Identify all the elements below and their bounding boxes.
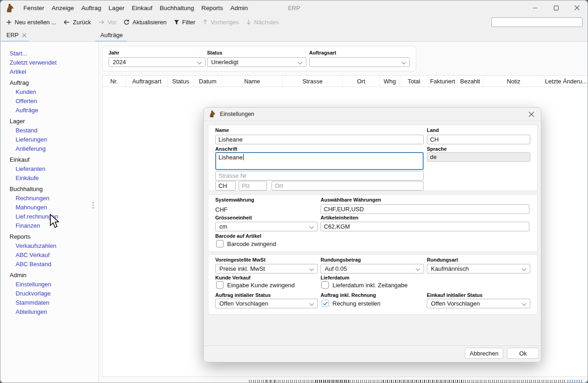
sidebar-item-zuletzt-verwendet[interactable]: Zuletzt verwendet — [0, 58, 98, 67]
column-header-name[interactable]: Name — [222, 76, 283, 87]
settings-dialog: Einstellungen Name Land Anschrift Lishea… — [203, 107, 541, 362]
lieferdatum-checkbox-row[interactable]: Lieferdatum inkl. Zeitangabe — [321, 281, 408, 289]
close-button[interactable] — [566, 0, 588, 15]
sidebar-item-abc-bestand[interactable]: ABC Bestand — [0, 260, 98, 269]
sidebar-item-abc-verkauf[interactable]: ABC Verkauf — [0, 251, 98, 260]
refresh-button[interactable]: Aktualisieren — [123, 19, 166, 26]
column-header-notiz[interactable]: Notiz — [483, 76, 544, 87]
sidebar-item-einstellungen[interactable]: Einstellungen — [0, 280, 98, 289]
column-header-fakturiert[interactable]: Fakturiert — [428, 76, 457, 87]
artikeleinheiten-input[interactable] — [321, 222, 529, 231]
groesseneinheit-select[interactable]: cm — [215, 222, 318, 231]
column-header-status[interactable]: Status — [168, 76, 194, 87]
sidebar-item-kunden[interactable]: Kunden — [0, 88, 98, 97]
barcode-checkbox[interactable] — [216, 240, 223, 247]
kunde-verkauf-label: Kunde Verkauf — [215, 275, 250, 280]
next-button-label: Nächstes — [254, 19, 279, 26]
menu-einkauf[interactable]: Einkauf — [128, 5, 156, 11]
new-button[interactable]: Neu erstellen ... — [6, 19, 56, 26]
sidebar-item-anlieferung[interactable]: Anlieferung — [0, 144, 98, 153]
dialog-close-icon[interactable] — [528, 111, 535, 118]
tab-close-icon[interactable] — [22, 33, 27, 38]
kunde-zwingend-checkbox[interactable] — [216, 281, 223, 289]
lieferdatum-checkbox[interactable] — [321, 281, 329, 289]
sidebar-item-abteilungen[interactable]: Abteilungen — [0, 307, 98, 317]
maximize-button[interactable] — [545, 0, 566, 15]
filter-card: Jahr 2024 Status Unerledigt Auftragsart — [102, 46, 416, 71]
strasse-input[interactable] — [215, 171, 424, 181]
kunde-zwingend-checkbox-row[interactable]: Eingabe Kunde zwingend — [216, 281, 294, 289]
sidebar-item-verkaufszahlen[interactable]: Verkaufszahlen — [0, 241, 98, 251]
anschrift-text: Lisheane — [218, 154, 243, 161]
menu-lager[interactable]: Lager — [105, 5, 128, 11]
rundungsbetrag-select[interactable]: Auf 0.05 — [321, 264, 424, 274]
auftrag-status-select[interactable]: Offen Vorschlagen — [215, 299, 318, 308]
name-input[interactable] — [215, 135, 424, 144]
menu-fenster[interactable]: Fenster — [20, 5, 48, 11]
sidebar-item-artikel[interactable]: Artikel — [0, 67, 98, 77]
column-header-ort[interactable]: Ort — [343, 76, 380, 87]
einkauf-status-select[interactable]: Offen Vorschlagen — [427, 299, 530, 308]
tab-erp[interactable]: ERP — [6, 32, 27, 38]
column-header-letzte-aenderung[interactable]: Letzte Änderu... — [544, 76, 588, 87]
previous-button[interactable]: Vorheriges — [202, 19, 239, 26]
column-header-datum[interactable]: Datum — [194, 76, 222, 87]
auftragsart-select[interactable] — [309, 57, 410, 67]
forward-button[interactable]: Vor — [98, 19, 117, 26]
menu-anzeige[interactable]: Anzeige — [48, 5, 78, 11]
sidebar-splitter-grip[interactable] — [93, 202, 94, 208]
sidebar-item-druckvorlage[interactable]: Druckvorlage — [0, 289, 98, 298]
waehrungen-input[interactable] — [321, 204, 529, 214]
ok-button[interactable]: Ok — [507, 348, 539, 359]
rechnung-erstellen-checkbox[interactable] — [321, 300, 329, 307]
filter-button[interactable]: Filter — [174, 19, 196, 26]
menu-auftrag[interactable]: Auftrag — [78, 5, 105, 11]
sidebar-nav: Start... Zuletzt verwendet Artikel Auftr… — [0, 42, 99, 383]
anschrift-textarea[interactable]: Lisheane — [215, 152, 424, 170]
jahr-select[interactable]: 2024 — [109, 57, 206, 67]
dialog-section-defaults: Voreingestellte MwSt Preise inkl. MwSt R… — [208, 254, 538, 315]
systemwaehrung-value: CHF — [215, 206, 228, 213]
dialog-title-bar: Einstellungen — [204, 108, 541, 120]
status-select[interactable]: Unerledigt — [207, 57, 306, 67]
sidebar-item-einkaeufe[interactable]: Einkäufe — [0, 174, 98, 183]
mwst-label: Voreingestellte MwSt — [215, 257, 266, 263]
ort-input[interactable] — [272, 181, 424, 191]
dialog-section-address: Name Land Anschrift Lisheane Sprache — [208, 125, 538, 191]
column-header-auftragsart[interactable]: Auftragsart — [126, 76, 168, 87]
menu-buchhaltung[interactable]: Buchhaltung — [156, 5, 198, 11]
sidebar-item-lieferanten[interactable]: Lieferanten — [0, 164, 98, 174]
column-header-whg[interactable]: Whg — [380, 76, 400, 87]
menu-admin[interactable]: Admin — [227, 5, 251, 11]
column-header-strasse[interactable]: Strasse — [283, 76, 343, 87]
sidebar-item-offerten[interactable]: Offerten — [0, 97, 98, 106]
sidebar-item-bestand[interactable]: Bestand — [0, 126, 98, 135]
plz-input[interactable] — [239, 181, 267, 191]
search-input[interactable] — [491, 17, 583, 27]
adresse-land-input[interactable] — [215, 181, 236, 191]
sidebar-item-stammdaten[interactable]: Stammdaten — [0, 298, 98, 307]
back-button[interactable]: Zurück — [63, 19, 91, 26]
sidebar-item-rechnungen[interactable]: Rechnungen — [0, 194, 98, 203]
sidebar-item-start[interactable]: Start... — [0, 49, 98, 58]
sidebar-item-mahnungen[interactable]: Mahnungen — [0, 203, 98, 212]
mwst-select[interactable]: Preise inkl. MwSt — [215, 264, 318, 274]
cancel-button[interactable]: Abbrechen — [465, 348, 503, 359]
column-header-bezahlt[interactable]: Bezahlt — [457, 76, 483, 87]
rechnung-erstellen-checkbox-row[interactable]: Rechung erstellen — [321, 300, 381, 307]
column-header-total[interactable]: Total — [400, 76, 428, 87]
sidebar-item-auftraege[interactable]: Aufträge — [0, 106, 98, 115]
barcode-checkbox-row[interactable]: Barcode zwingend — [216, 240, 276, 247]
dialog-horse-icon — [208, 110, 216, 118]
land-input[interactable] — [427, 135, 530, 144]
refresh-button-label: Aktualisieren — [132, 19, 166, 26]
menu-reports[interactable]: Reports — [198, 5, 227, 11]
minimize-button[interactable] — [524, 0, 545, 15]
column-header-nr[interactable]: Nr. — [103, 76, 126, 87]
rundungsart-select[interactable]: Kaufmännisch — [427, 264, 530, 274]
next-button[interactable]: Nächstes — [246, 19, 279, 26]
sidebar-item-lieferungen[interactable]: Lieferungen — [0, 135, 98, 144]
tab-auftraege[interactable]: Aufträge — [100, 32, 123, 38]
rundungsbetrag-select-value: Auf 0.05 — [325, 265, 347, 272]
funnel-icon — [174, 19, 180, 25]
